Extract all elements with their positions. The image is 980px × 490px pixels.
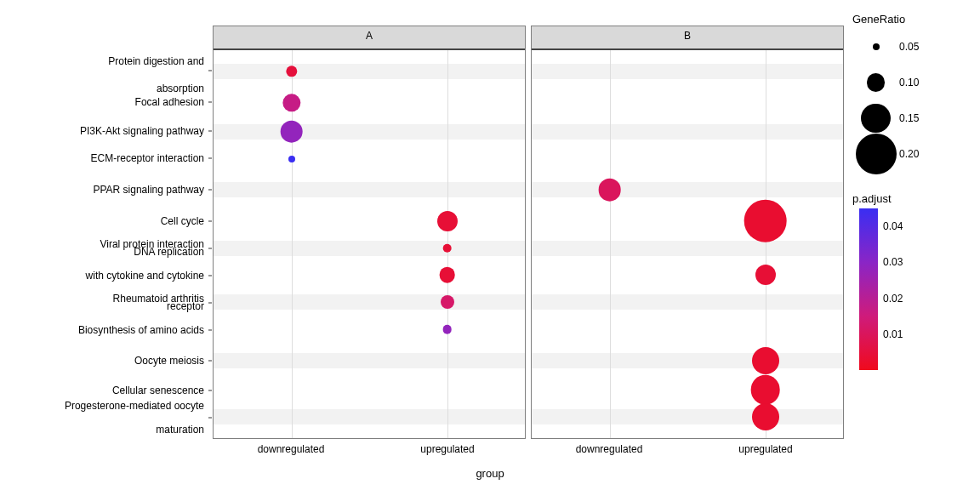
circle-icon bbox=[856, 134, 897, 174]
y-axis-label: Oocyte meiosis bbox=[0, 356, 204, 366]
y-axis-label: absorption bbox=[0, 83, 204, 94]
size-legend-label: 0.10 bbox=[899, 77, 919, 88]
color-legend-tick: 0.01 bbox=[883, 328, 903, 340]
circle-icon bbox=[867, 73, 885, 91]
data-point bbox=[744, 199, 787, 242]
y-axis-label: ECM-receptor interaction bbox=[0, 153, 204, 163]
y-axis-label: receptor bbox=[0, 301, 204, 311]
y-axis-label: maturation bbox=[0, 424, 204, 435]
facet-row: AB bbox=[213, 26, 844, 439]
y-axis-label: Rheumatoid arthritis bbox=[0, 293, 204, 304]
x-axis-label: upregulated bbox=[738, 443, 792, 455]
data-point bbox=[441, 295, 454, 309]
data-point bbox=[280, 120, 303, 143]
data-point bbox=[752, 403, 779, 430]
x-axis-label: upregulated bbox=[420, 443, 474, 455]
colorbar bbox=[859, 208, 878, 370]
data-point bbox=[288, 156, 295, 162]
y-axis-label: Focal adhesion bbox=[0, 97, 204, 107]
y-axis-label: Viral protein interaction bbox=[0, 239, 204, 249]
size-legend-row: 0.15 bbox=[852, 102, 971, 134]
color-legend: p.adjust 0.040.030.020.01 bbox=[852, 192, 971, 370]
circle-icon bbox=[861, 104, 891, 134]
x-axis-labels: downregulatedupregulateddownregulatedupr… bbox=[213, 443, 844, 460]
x-axis-label: downregulated bbox=[576, 443, 643, 455]
color-legend-tick: 0.02 bbox=[883, 293, 903, 305]
color-legend-tick: 0.04 bbox=[883, 220, 903, 232]
size-legend-title: GeneRatio bbox=[852, 13, 971, 26]
size-legend-label: 0.20 bbox=[899, 148, 919, 160]
plot-area: AB bbox=[213, 26, 844, 439]
data-point bbox=[282, 94, 300, 111]
data-point bbox=[439, 267, 455, 283]
x-axis-title: group bbox=[476, 467, 504, 480]
facet-strip: A bbox=[214, 26, 525, 50]
facet-body bbox=[214, 50, 525, 438]
color-legend-tick: 0.03 bbox=[883, 256, 903, 268]
size-legend-row: 0.10 bbox=[852, 66, 971, 99]
facet-B: B bbox=[531, 26, 844, 439]
data-point bbox=[442, 325, 452, 334]
y-axis-label: Cellular senescence bbox=[0, 385, 204, 396]
size-legend-label: 0.15 bbox=[899, 112, 919, 124]
circle-icon bbox=[873, 43, 880, 50]
legend-container: GeneRatio 0.050.100.150.20 p.adjust 0.04… bbox=[852, 13, 971, 370]
size-legend-row: 0.05 bbox=[852, 31, 971, 63]
y-axis-label: Protein digestion and bbox=[0, 56, 204, 66]
data-point bbox=[752, 347, 779, 374]
data-point bbox=[750, 375, 780, 405]
data-point bbox=[598, 179, 621, 202]
size-legend-label: 0.05 bbox=[899, 41, 919, 53]
y-axis-label: Progesterone-mediated oocyte bbox=[0, 401, 204, 411]
y-axis-label: Biosynthesis of amino acids bbox=[0, 325, 204, 335]
y-axis-label: DNA replication bbox=[0, 247, 204, 257]
data-point bbox=[442, 243, 452, 253]
x-axis-label: downregulated bbox=[258, 443, 325, 455]
size-legend-row: 0.20 bbox=[852, 138, 971, 170]
data-point bbox=[755, 265, 776, 285]
data-point bbox=[437, 211, 458, 231]
y-axis-label: PPAR signaling pathway bbox=[0, 185, 204, 195]
y-axis-label: Cell cycle bbox=[0, 216, 204, 226]
chart-container: Protein digestion andabsorptionFocal adh… bbox=[0, 0, 980, 490]
facet-body bbox=[532, 50, 843, 438]
size-legend: GeneRatio 0.050.100.150.20 bbox=[852, 13, 971, 170]
facet-A: A bbox=[213, 26, 526, 439]
color-legend-title: p.adjust bbox=[852, 192, 971, 205]
facet-strip: B bbox=[532, 26, 843, 50]
y-axis-label: with cytokine and cytokine bbox=[0, 271, 204, 281]
y-axis-labels: Protein digestion andabsorptionFocal adh… bbox=[0, 26, 208, 439]
y-axis-label: PI3K-Akt signaling pathway bbox=[0, 126, 204, 136]
